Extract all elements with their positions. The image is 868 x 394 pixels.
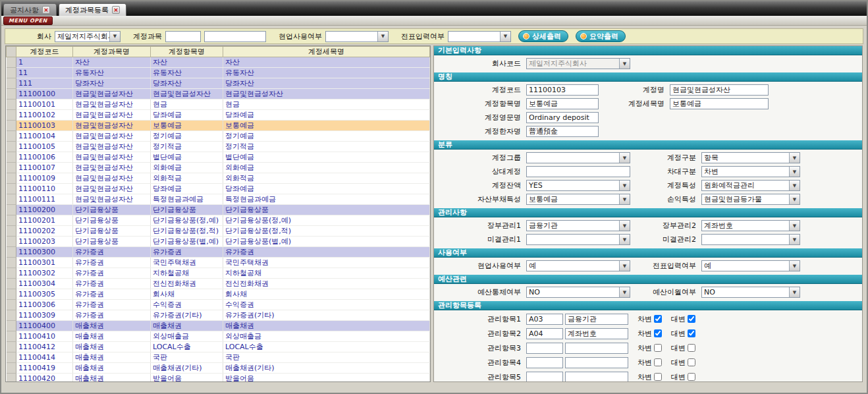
- active-use-select[interactable]: ▼: [325, 31, 389, 42]
- table-cell[interactable]: 당좌예금: [223, 110, 430, 121]
- table-cell[interactable]: 정기적금: [151, 142, 223, 152]
- table-cell[interactable]: 11100309: [16, 310, 73, 321]
- table-cell[interactable]: 외화적금: [151, 173, 223, 184]
- table-cell[interactable]: 유동자산: [151, 68, 223, 78]
- table-cell[interactable]: 11100419: [16, 363, 73, 374]
- table-cell[interactable]: 매출채권: [223, 321, 430, 331]
- table-cell[interactable]: 유가증권(기타): [223, 310, 430, 321]
- table-cell[interactable]: 11100305: [16, 289, 73, 300]
- row-selector[interactable]: [7, 205, 16, 215]
- row-selector[interactable]: [7, 374, 16, 383]
- row-selector[interactable]: [7, 194, 16, 205]
- profit-loss-select[interactable]: 현금및현금등가물 ▼: [701, 194, 800, 205]
- table-cell[interactable]: 유가증권(기타): [151, 310, 223, 321]
- table-row[interactable]: 11100203단기금융상품단기금융상품(별,예)단기금융상품(별,예): [7, 237, 430, 247]
- table-cell[interactable]: 단기금융상품(정,예): [151, 215, 223, 226]
- row-selector[interactable]: [7, 247, 16, 258]
- table-cell[interactable]: 당좌예금: [151, 110, 223, 121]
- table-cell[interactable]: 현금및현금성자산: [73, 131, 151, 142]
- table-cell[interactable]: 11100103: [16, 121, 73, 131]
- table-cell[interactable]: 보통예금: [151, 121, 223, 131]
- table-row[interactable]: 11100414매출채권국판국판: [7, 352, 430, 363]
- table-cell[interactable]: 국민주택채권: [151, 258, 223, 268]
- detail-print-button[interactable]: 상세출력: [518, 30, 568, 42]
- table-cell[interactable]: 수익증권: [151, 300, 223, 310]
- table-cell[interactable]: 외화예금: [223, 163, 430, 173]
- table-cell[interactable]: 현금및현금성자산: [73, 89, 151, 99]
- table-row[interactable]: 11100110현금및현금성자산당좌예금당좌예금: [7, 184, 430, 194]
- table-cell[interactable]: 별단예금: [151, 152, 223, 163]
- table-row[interactable]: 11100104현금및현금성자산정기예금정기예금: [7, 131, 430, 142]
- table-cell[interactable]: 매출채권: [73, 352, 151, 363]
- table-cell[interactable]: 11: [16, 68, 73, 78]
- account-code-input[interactable]: [165, 31, 201, 42]
- table-cell[interactable]: 유가증권: [151, 247, 223, 258]
- account-name-input[interactable]: [204, 31, 266, 42]
- tab-close-icon[interactable]: ×: [42, 6, 50, 14]
- asset-liability-select[interactable]: 보통예금 ▼: [526, 194, 630, 205]
- table-row[interactable]: 11유동자산유동자산유동자산: [7, 68, 430, 78]
- table-row[interactable]: 11100106현금및현금성자산별단예금별단예금: [7, 152, 430, 163]
- table-row[interactable]: 11100400매출채권매출채권매출채권: [7, 321, 430, 331]
- table-row[interactable]: 11100102현금및현금성자산당좌예금당좌예금: [7, 110, 430, 121]
- table-cell[interactable]: 유가증권: [73, 289, 151, 300]
- table-cell[interactable]: 11100410: [16, 331, 73, 342]
- table-cell[interactable]: 매출채권: [151, 321, 223, 331]
- table-cell[interactable]: 현금및현금성자산: [151, 89, 223, 99]
- account-balance-select[interactable]: YES ▼: [526, 180, 630, 191]
- row-selector[interactable]: [7, 78, 16, 89]
- table-cell[interactable]: 111: [16, 78, 73, 89]
- english-name-field[interactable]: [526, 112, 599, 123]
- table-row[interactable]: 11100201단기금융상품단기금융상품(정,예)단기금융상품(정,예): [7, 215, 430, 226]
- debit-checkbox[interactable]: [654, 329, 662, 337]
- table-cell[interactable]: 매출채권(기타): [151, 363, 223, 374]
- credit-checkbox[interactable]: [688, 344, 695, 352]
- table-cell[interactable]: 현금및현금성자산: [73, 163, 151, 173]
- table-cell[interactable]: 매출채권(기타): [223, 363, 430, 374]
- table-cell[interactable]: 전신전화채권: [151, 279, 223, 289]
- table-cell[interactable]: 11100306: [16, 300, 73, 310]
- table-row[interactable]: 11100410매출채권외상매출금외상매출금: [7, 331, 430, 342]
- row-selector[interactable]: [7, 279, 16, 289]
- row-selector[interactable]: [7, 57, 16, 68]
- tab-close-icon[interactable]: ×: [112, 6, 120, 14]
- table-cell[interactable]: 11100100: [16, 89, 73, 99]
- table-cell[interactable]: 현금및현금성자산: [73, 173, 151, 184]
- table-cell[interactable]: 유가증권: [73, 279, 151, 289]
- table-cell[interactable]: 유동자산: [223, 68, 430, 78]
- table-row[interactable]: 11100419매출채권매출채권(기타)매출채권(기타): [7, 363, 430, 374]
- row-selector[interactable]: [7, 173, 16, 184]
- credit-checkbox[interactable]: [688, 329, 695, 337]
- dc-division-select[interactable]: 차변 ▼: [701, 166, 800, 177]
- table-cell[interactable]: 단기금융상품: [73, 215, 151, 226]
- credit-checkbox[interactable]: [688, 373, 695, 381]
- account-division-select[interactable]: 항목 ▼: [701, 152, 800, 163]
- table-cell[interactable]: 유가증권: [223, 247, 430, 258]
- table-cell[interactable]: 11100107: [16, 163, 73, 173]
- mgmt-item-code-input[interactable]: [526, 357, 563, 368]
- mgmt-item-name-input[interactable]: [565, 343, 628, 354]
- table-cell[interactable]: 외화예금: [151, 163, 223, 173]
- table-cell[interactable]: 받을어음: [151, 374, 223, 383]
- table-cell[interactable]: 현금및현금성자산: [73, 121, 151, 131]
- pending2-select[interactable]: ▼: [701, 234, 800, 245]
- row-selector[interactable]: [7, 352, 16, 363]
- table-cell[interactable]: 매출채권: [73, 363, 151, 374]
- debit-checkbox[interactable]: [654, 373, 662, 381]
- menu-open-button[interactable]: MENU OPEN: [3, 16, 53, 25]
- row-selector[interactable]: [7, 215, 16, 226]
- table-cell[interactable]: 정기예금: [151, 131, 223, 142]
- row-selector[interactable]: [7, 152, 16, 163]
- mgmt-item-name-input[interactable]: [565, 372, 628, 383]
- row-selector[interactable]: [7, 142, 16, 152]
- table-row[interactable]: 11100107현금및현금성자산외화예금외화예금: [7, 163, 430, 173]
- table-cell[interactable]: 1: [16, 57, 73, 68]
- table-cell[interactable]: 11100104: [16, 131, 73, 142]
- mgmt-item-code-input[interactable]: [526, 314, 563, 325]
- table-cell[interactable]: 자산: [151, 57, 223, 68]
- table-cell[interactable]: LOCAL수출: [151, 342, 223, 352]
- table-cell[interactable]: 당좌자산: [73, 78, 151, 89]
- table-cell[interactable]: 외상매출금: [151, 331, 223, 342]
- table-row[interactable]: 11100302유가증권지하철공채지하철공채: [7, 268, 430, 279]
- table-cell[interactable]: 현금및현금성자산: [73, 152, 151, 163]
